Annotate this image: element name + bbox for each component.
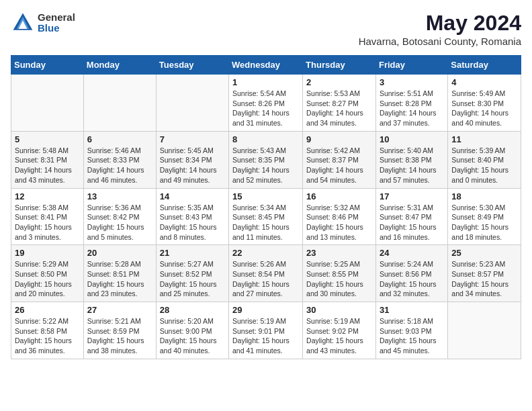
day-of-week-header: Monday [83, 56, 156, 75]
day-info: Sunrise: 5:24 AM Sunset: 8:56 PM Dayligh… [380, 259, 444, 299]
day-info: Sunrise: 5:49 AM Sunset: 8:30 PM Dayligh… [451, 89, 517, 128]
day-of-week-header: Wednesday [229, 56, 303, 75]
day-info: Sunrise: 5:26 AM Sunset: 8:54 PM Dayligh… [232, 259, 299, 299]
calendar-cell: 19Sunrise: 5:29 AM Sunset: 8:50 PM Dayli… [11, 245, 84, 302]
calendar-cell: 14Sunrise: 5:35 AM Sunset: 8:43 PM Dayli… [156, 188, 228, 245]
calendar-cell: 18Sunrise: 5:30 AM Sunset: 8:49 PM Dayli… [448, 188, 521, 245]
logo-general: General [38, 12, 75, 24]
day-of-week-header: Saturday [448, 56, 521, 75]
day-info: Sunrise: 5:19 AM Sunset: 9:01 PM Dayligh… [232, 316, 299, 356]
day-number: 27 [87, 305, 152, 315]
day-info: Sunrise: 5:45 AM Sunset: 8:34 PM Dayligh… [160, 146, 225, 185]
calendar-cell: 28Sunrise: 5:20 AM Sunset: 9:00 PM Dayli… [156, 302, 228, 359]
calendar-cell: 12Sunrise: 5:38 AM Sunset: 8:41 PM Dayli… [11, 188, 84, 245]
day-info: Sunrise: 5:21 AM Sunset: 8:59 PM Dayligh… [87, 316, 152, 356]
calendar-cell [156, 75, 228, 132]
calendar-cell: 31Sunrise: 5:18 AM Sunset: 9:03 PM Dayli… [375, 302, 447, 359]
day-info: Sunrise: 5:19 AM Sunset: 9:02 PM Dayligh… [306, 316, 372, 356]
day-number: 29 [232, 305, 299, 315]
day-number: 8 [232, 134, 299, 144]
calendar-week-row: 5Sunrise: 5:48 AM Sunset: 8:31 PM Daylig… [11, 131, 521, 188]
day-of-week-header: Sunday [11, 56, 84, 75]
calendar-week-row: 26Sunrise: 5:22 AM Sunset: 8:58 PM Dayli… [11, 302, 521, 359]
day-info: Sunrise: 5:36 AM Sunset: 8:42 PM Dayligh… [87, 203, 152, 242]
day-number: 30 [306, 305, 372, 315]
calendar-cell: 3Sunrise: 5:51 AM Sunset: 8:28 PM Daylig… [375, 75, 447, 132]
day-info: Sunrise: 5:39 AM Sunset: 8:40 PM Dayligh… [451, 146, 517, 185]
calendar-cell: 26Sunrise: 5:22 AM Sunset: 8:58 PM Dayli… [11, 302, 84, 359]
calendar-cell: 16Sunrise: 5:32 AM Sunset: 8:46 PM Dayli… [303, 188, 376, 245]
day-info: Sunrise: 5:18 AM Sunset: 9:03 PM Dayligh… [380, 316, 444, 356]
logo-icon [11, 11, 35, 35]
day-of-week-header: Friday [375, 56, 447, 75]
calendar-header-row: SundayMondayTuesdayWednesdayThursdayFrid… [11, 56, 521, 75]
calendar-cell: 23Sunrise: 5:25 AM Sunset: 8:55 PM Dayli… [303, 245, 376, 302]
day-number: 24 [380, 248, 444, 258]
calendar-cell: 10Sunrise: 5:40 AM Sunset: 8:38 PM Dayli… [375, 131, 447, 188]
day-info: Sunrise: 5:35 AM Sunset: 8:43 PM Dayligh… [160, 203, 225, 242]
calendar-cell: 27Sunrise: 5:21 AM Sunset: 8:59 PM Dayli… [83, 302, 156, 359]
calendar-week-row: 12Sunrise: 5:38 AM Sunset: 8:41 PM Dayli… [11, 188, 521, 245]
calendar-table: SundayMondayTuesdayWednesdayThursdayFrid… [11, 55, 521, 359]
calendar-cell [448, 302, 521, 359]
month-title: May 2024 [359, 11, 521, 36]
calendar-cell: 8Sunrise: 5:43 AM Sunset: 8:35 PM Daylig… [229, 131, 303, 188]
day-number: 9 [306, 134, 372, 144]
day-number: 16 [306, 191, 372, 201]
day-info: Sunrise: 5:31 AM Sunset: 8:47 PM Dayligh… [380, 203, 444, 242]
day-number: 13 [87, 191, 152, 201]
calendar-cell: 4Sunrise: 5:49 AM Sunset: 8:30 PM Daylig… [448, 75, 521, 132]
day-number: 2 [306, 77, 372, 87]
day-info: Sunrise: 5:48 AM Sunset: 8:31 PM Dayligh… [15, 146, 80, 185]
calendar-cell: 13Sunrise: 5:36 AM Sunset: 8:42 PM Dayli… [83, 188, 156, 245]
day-info: Sunrise: 5:30 AM Sunset: 8:49 PM Dayligh… [451, 203, 517, 242]
day-info: Sunrise: 5:34 AM Sunset: 8:45 PM Dayligh… [232, 203, 299, 242]
day-info: Sunrise: 5:32 AM Sunset: 8:46 PM Dayligh… [306, 203, 372, 242]
day-number: 1 [232, 77, 299, 87]
calendar-cell [83, 75, 156, 132]
calendar-cell: 6Sunrise: 5:46 AM Sunset: 8:33 PM Daylig… [83, 131, 156, 188]
calendar-week-row: 19Sunrise: 5:29 AM Sunset: 8:50 PM Dayli… [11, 245, 521, 302]
calendar-cell: 22Sunrise: 5:26 AM Sunset: 8:54 PM Dayli… [229, 245, 303, 302]
day-number: 7 [160, 134, 225, 144]
day-number: 21 [160, 248, 225, 258]
calendar-cell: 5Sunrise: 5:48 AM Sunset: 8:31 PM Daylig… [11, 131, 84, 188]
day-number: 31 [380, 305, 444, 315]
day-info: Sunrise: 5:53 AM Sunset: 8:27 PM Dayligh… [306, 89, 372, 128]
day-number: 18 [451, 191, 517, 201]
calendar-cell: 2Sunrise: 5:53 AM Sunset: 8:27 PM Daylig… [303, 75, 376, 132]
day-number: 11 [451, 134, 517, 144]
day-info: Sunrise: 5:46 AM Sunset: 8:33 PM Dayligh… [87, 146, 152, 185]
calendar-cell: 9Sunrise: 5:42 AM Sunset: 8:37 PM Daylig… [303, 131, 376, 188]
logo-text: General Blue [38, 12, 75, 34]
calendar-cell: 21Sunrise: 5:27 AM Sunset: 8:52 PM Dayli… [156, 245, 228, 302]
calendar-cell: 24Sunrise: 5:24 AM Sunset: 8:56 PM Dayli… [375, 245, 447, 302]
calendar-cell: 29Sunrise: 5:19 AM Sunset: 9:01 PM Dayli… [229, 302, 303, 359]
day-info: Sunrise: 5:42 AM Sunset: 8:37 PM Dayligh… [306, 146, 372, 185]
day-number: 20 [87, 248, 152, 258]
day-number: 5 [15, 134, 80, 144]
calendar-cell: 11Sunrise: 5:39 AM Sunset: 8:40 PM Dayli… [448, 131, 521, 188]
day-info: Sunrise: 5:51 AM Sunset: 8:28 PM Dayligh… [380, 89, 444, 128]
day-number: 14 [160, 191, 225, 201]
day-number: 22 [232, 248, 299, 258]
day-of-week-header: Thursday [303, 56, 376, 75]
title-block: May 2024 Havarna, Botosani County, Roman… [359, 11, 521, 47]
calendar-cell: 17Sunrise: 5:31 AM Sunset: 8:47 PM Dayli… [375, 188, 447, 245]
day-info: Sunrise: 5:40 AM Sunset: 8:38 PM Dayligh… [380, 146, 444, 185]
calendar-cell: 7Sunrise: 5:45 AM Sunset: 8:34 PM Daylig… [156, 131, 228, 188]
day-number: 19 [15, 248, 80, 258]
day-info: Sunrise: 5:25 AM Sunset: 8:55 PM Dayligh… [306, 259, 372, 299]
logo: General Blue [11, 11, 75, 35]
day-info: Sunrise: 5:22 AM Sunset: 8:58 PM Dayligh… [15, 316, 80, 356]
day-number: 26 [15, 305, 80, 315]
day-info: Sunrise: 5:29 AM Sunset: 8:50 PM Dayligh… [15, 259, 80, 299]
calendar-cell [11, 75, 84, 132]
calendar-cell: 20Sunrise: 5:28 AM Sunset: 8:51 PM Dayli… [83, 245, 156, 302]
day-number: 15 [232, 191, 299, 201]
day-number: 10 [380, 134, 444, 144]
day-info: Sunrise: 5:20 AM Sunset: 9:00 PM Dayligh… [160, 316, 225, 356]
calendar-cell: 30Sunrise: 5:19 AM Sunset: 9:02 PM Dayli… [303, 302, 376, 359]
day-info: Sunrise: 5:38 AM Sunset: 8:41 PM Dayligh… [15, 203, 80, 242]
day-info: Sunrise: 5:23 AM Sunset: 8:57 PM Dayligh… [451, 259, 517, 299]
